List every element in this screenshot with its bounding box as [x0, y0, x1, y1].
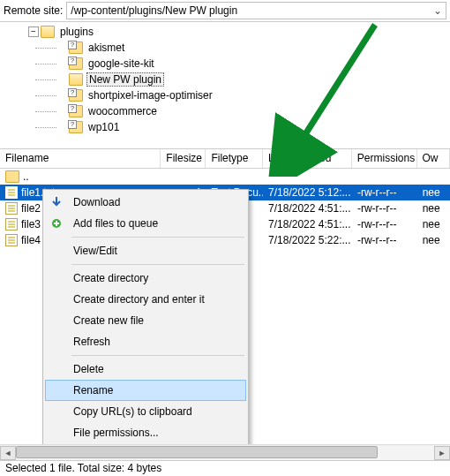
cm-label: Create new file — [73, 314, 144, 327]
download-icon — [49, 195, 64, 209]
file-owner: nee — [417, 202, 450, 215]
menu-separator — [71, 264, 244, 265]
file-modified: 7/18/2022 5:12:... — [263, 186, 352, 199]
folder-icon: ? — [69, 105, 83, 117]
unknown-badge-icon: ? — [68, 120, 77, 129]
status-text: Selected 1 file. Total size: 4 bytes — [5, 462, 161, 474]
cm-delete[interactable]: Delete — [45, 359, 246, 380]
cm-label: Refresh — [73, 336, 110, 348]
cm-label: Copy URL(s) to clipboard — [73, 405, 192, 418]
file-owner: nee — [417, 186, 450, 199]
folder-icon: ? — [69, 121, 83, 133]
col-owner[interactable]: Ow — [417, 149, 450, 168]
unknown-badge-icon: ? — [68, 57, 77, 65]
file-list-header[interactable]: Filename Filesize Filetype Last modified… — [0, 149, 450, 169]
cm-download[interactable]: Download — [45, 192, 246, 213]
col-modified[interactable]: Last modified — [263, 149, 352, 168]
cm-add-queue[interactable]: Add files to queue — [45, 213, 246, 234]
unknown-badge-icon: ? — [68, 104, 77, 113]
tree-node-new-pw-plugin[interactable]: New PW plugin — [0, 72, 450, 87]
folder-icon: ? — [69, 42, 83, 54]
folder-open-icon — [69, 73, 83, 86]
tree-label: shortpixel-image-optimiser — [86, 89, 214, 102]
file-owner: nee — [417, 234, 450, 246]
file-name: file3 — [21, 218, 41, 230]
tree-label: New PW plugin — [86, 72, 164, 87]
file-name: file2 — [21, 202, 41, 215]
folder-icon: ? — [69, 89, 83, 102]
tree-node-woocommerce[interactable]: ? woocommerce — [0, 103, 450, 119]
file-modified: 7/18/2022 5:22:... — [263, 234, 352, 246]
cm-label: Add files to queue — [73, 217, 158, 230]
cm-label: View/Edit — [73, 245, 117, 257]
tree-label: plugins — [58, 26, 95, 38]
chevron-down-icon[interactable]: ⌄ — [431, 4, 444, 17]
file-permissions: -rw-r--r-- — [352, 202, 417, 215]
tree-node-akismet[interactable]: ? akismet — [0, 40, 450, 56]
file-permissions: -rw-r--r-- — [352, 186, 417, 199]
unknown-badge-icon: ? — [68, 41, 77, 49]
file-modified: 7/18/2022 4:51:... — [263, 218, 352, 230]
remote-path-combobox[interactable]: /wp-content/plugins/New PW plugin ⌄ — [66, 2, 446, 19]
tree-label: woocommerce — [86, 105, 159, 117]
folder-open-icon — [41, 26, 55, 38]
tree-node-plugins[interactable]: − plugins — [0, 24, 450, 40]
remote-site-row: Remote site: /wp-content/plugins/New PW … — [0, 0, 450, 22]
tree-node-shortpixel[interactable]: ? shortpixel-image-optimiser — [0, 87, 450, 103]
menu-separator — [71, 237, 244, 238]
cm-label: Create directory — [73, 272, 148, 284]
col-permissions[interactable]: Permissions — [352, 149, 417, 168]
col-filesize[interactable]: Filesize — [161, 149, 206, 168]
cm-create-dir-enter[interactable]: Create directory and enter it — [45, 289, 246, 310]
cm-create-dir[interactable]: Create directory — [45, 268, 246, 289]
cm-rename[interactable]: Rename — [45, 380, 246, 401]
cm-label: Create directory and enter it — [73, 293, 205, 306]
file-icon — [5, 218, 18, 230]
menu-separator — [71, 355, 244, 356]
col-filetype[interactable]: Filetype — [206, 149, 263, 168]
file-modified: 7/18/2022 4:51:... — [263, 202, 352, 215]
parent-dir-label: .. — [23, 170, 29, 183]
scroll-left-icon[interactable]: ◄ — [0, 446, 16, 460]
unknown-badge-icon: ? — [68, 88, 77, 97]
cm-label: Delete — [73, 363, 104, 375]
file-permissions: -rw-r--r-- — [352, 218, 417, 230]
scroll-track[interactable] — [16, 446, 434, 460]
file-icon — [5, 202, 18, 215]
folder-up-icon — [5, 170, 19, 183]
tree-node-wp101[interactable]: ? wp101 — [0, 119, 450, 135]
cm-label: Rename — [73, 384, 113, 397]
remote-path-value: /wp-content/plugins/New PW plugin — [71, 4, 237, 17]
add-queue-icon — [49, 216, 64, 230]
tree-node-google-site-kit[interactable]: ? google-site-kit — [0, 56, 450, 72]
cm-view-edit[interactable]: View/Edit — [45, 240, 246, 261]
cm-refresh[interactable]: Refresh — [45, 331, 246, 352]
file-icon — [5, 186, 18, 199]
tree-label: google-site-kit — [86, 57, 156, 70]
tree-label: akismet — [86, 42, 126, 54]
remote-site-label: Remote site: — [4, 4, 63, 17]
col-filename[interactable]: Filename — [0, 149, 161, 168]
tree-label: wp101 — [86, 121, 121, 133]
remote-tree-pane[interactable]: − plugins ? akismet ? google-site-kit Ne… — [0, 22, 450, 149]
cm-label: File permissions... — [73, 427, 159, 439]
tree-collapse-icon[interactable]: − — [28, 26, 39, 37]
status-bar: Selected 1 file. Total size: 4 bytes — [0, 460, 450, 476]
scroll-right-icon[interactable]: ► — [434, 446, 450, 460]
file-permissions: -rw-r--r-- — [352, 234, 417, 246]
file-name: file4 — [21, 234, 41, 246]
folder-icon: ? — [69, 57, 83, 70]
context-menu: Download Add files to queue View/Edit Cr… — [42, 189, 249, 446]
scroll-thumb[interactable] — [16, 446, 378, 458]
cm-create-file[interactable]: Create new file — [45, 310, 246, 331]
cm-copy-urls[interactable]: Copy URL(s) to clipboard — [45, 401, 246, 422]
file-owner: nee — [417, 218, 450, 230]
horizontal-scrollbar[interactable]: ◄ ► — [0, 444, 450, 460]
cm-label: Download — [73, 196, 120, 208]
file-icon — [5, 234, 18, 246]
parent-dir-row[interactable]: .. — [0, 169, 450, 185]
cm-file-permissions[interactable]: File permissions... — [45, 422, 246, 443]
